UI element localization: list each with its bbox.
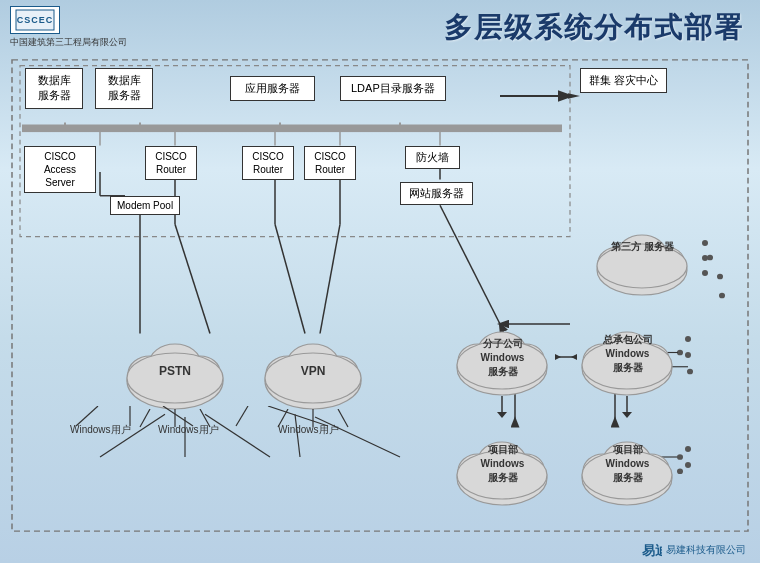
svg-point-99 xyxy=(685,462,691,468)
svg-point-84 xyxy=(685,336,691,342)
svg-rect-4 xyxy=(22,125,562,133)
svg-point-98 xyxy=(685,446,691,452)
subsidiary-cloud: 分子公司Windows服务器 xyxy=(450,313,555,398)
main-diagram: 数据库 服务器 数据库 服务器 应用服务器 LDAP目录服务器 群集 容灾中心 … xyxy=(10,58,750,533)
svg-marker-47 xyxy=(568,93,580,99)
vpn-cloud: VPN xyxy=(258,326,368,411)
modem-pool: Modem Pool xyxy=(110,196,180,215)
svg-line-103 xyxy=(236,406,248,426)
svg-point-34 xyxy=(719,293,725,299)
web-server: 网站服务器 xyxy=(400,182,473,205)
svg-line-30 xyxy=(440,205,500,324)
svg-point-69 xyxy=(702,240,708,246)
svg-point-71 xyxy=(702,270,708,276)
pstn-cloud: PSTN xyxy=(120,326,230,411)
svg-marker-106 xyxy=(555,354,561,360)
app-server: 应用服务器 xyxy=(230,76,315,101)
ldap-server: LDAP目录服务器 xyxy=(340,76,446,101)
third-party-cloud: 第三方 服务器 xyxy=(590,218,695,298)
vpn-label: VPN xyxy=(258,364,368,378)
db-server-1: 数据库 服务器 xyxy=(25,68,83,109)
svg-marker-87 xyxy=(622,412,632,418)
subsidiary-label: 分子公司Windows服务器 xyxy=(450,337,555,379)
footer: 易迪 易建科技有限公司 xyxy=(642,541,746,559)
general-contractor-cloud: 总承包公司Windows服务器 xyxy=(575,313,680,398)
svg-line-20 xyxy=(175,224,210,333)
company-name: 中国建筑第三工程局有限公司 xyxy=(10,36,127,49)
company-logo: CSCEC xyxy=(10,6,60,34)
logo-area: CSCEC 中国建筑第三工程局有限公司 xyxy=(10,6,127,49)
project-server-2-cloud: 项目部Windows服务器 xyxy=(575,423,680,508)
cluster-server: 群集 容灾中心 xyxy=(580,68,667,93)
project-server-1-cloud: 项目部Windows服务器 xyxy=(450,423,555,508)
footer-logo-icon: 易迪 xyxy=(642,541,662,559)
cisco-router-2: CISCO Router xyxy=(242,146,294,180)
project-server-2-label: 项目部Windows服务器 xyxy=(575,443,680,485)
windows-user-3: Windows用户 xyxy=(278,423,339,437)
cisco-router-3: CISCO Router xyxy=(304,146,356,180)
page-title: 多层级系统分布式部署 xyxy=(444,9,744,47)
svg-point-33 xyxy=(717,274,723,280)
general-contractor-label: 总承包公司Windows服务器 xyxy=(575,333,680,375)
svg-point-52 xyxy=(127,353,223,403)
windows-user-2: Windows用户 xyxy=(158,423,219,437)
svg-text:CSCEC: CSCEC xyxy=(17,15,54,25)
project-server-1-label: 项目部Windows服务器 xyxy=(450,443,555,485)
windows-user-1: Windows用户 xyxy=(70,423,131,437)
firewall: 防火墙 xyxy=(405,146,460,169)
svg-line-24 xyxy=(320,224,340,333)
svg-line-63 xyxy=(338,409,348,427)
svg-line-53 xyxy=(140,409,150,427)
third-party-label: 第三方 服务器 xyxy=(590,240,695,254)
svg-point-70 xyxy=(702,255,708,261)
svg-text:易迪: 易迪 xyxy=(642,543,662,558)
db-server-2: 数据库 服务器 xyxy=(95,68,153,109)
cisco-access-server: CISCOAccess Server xyxy=(24,146,96,193)
pstn-label: PSTN xyxy=(120,364,230,378)
header: CSCEC 中国建筑第三工程局有限公司 多层级系统分布式部署 xyxy=(0,0,760,53)
svg-marker-78 xyxy=(497,412,507,418)
svg-line-22 xyxy=(275,224,305,333)
cisco-router-1: CISCORouter xyxy=(145,146,197,180)
svg-point-85 xyxy=(685,352,691,358)
footer-brand: 易建科技有限公司 xyxy=(666,543,746,557)
svg-point-60 xyxy=(265,353,361,403)
